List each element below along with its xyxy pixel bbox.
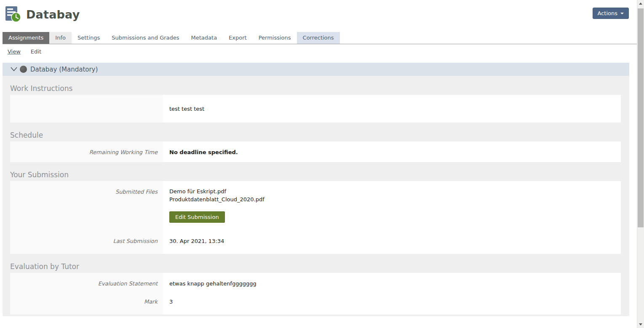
work-instructions-row: test test test bbox=[10, 95, 621, 123]
tab-submissions-and-grades[interactable]: Submissions and Grades bbox=[106, 32, 185, 44]
scrollbar-up-button[interactable] bbox=[637, 0, 644, 7]
section-heading-your-submission: Your Submission bbox=[10, 171, 629, 179]
assignment-collapse-bar[interactable]: Databay (Mandatory) bbox=[3, 63, 629, 76]
section-heading-work-instructions: Work Instructions bbox=[10, 84, 629, 93]
vertical-scrollbar[interactable] bbox=[637, 0, 644, 328]
submitted-files-row: Submitted Files Demo für Eskript.pdf Pro… bbox=[10, 181, 621, 229]
status-dot-icon bbox=[20, 66, 27, 73]
assignment-title: Databay (Mandatory) bbox=[30, 66, 98, 73]
submitted-files-label: Submitted Files bbox=[115, 189, 158, 195]
subtab-bar: View Edit bbox=[8, 48, 637, 55]
tab-corrections[interactable]: Corrections bbox=[297, 32, 340, 44]
mark-label: Mark bbox=[144, 299, 158, 305]
tab-info[interactable]: Info bbox=[49, 32, 72, 44]
edit-submission-button[interactable]: Edit Submission bbox=[169, 211, 225, 223]
actions-button-label: Actions bbox=[598, 10, 618, 16]
submitted-file-name: Produktdatenblatt_Cloud_2020.pdf bbox=[169, 195, 621, 203]
subtab-edit[interactable]: Edit bbox=[31, 48, 41, 55]
actions-button[interactable]: Actions bbox=[593, 8, 629, 19]
evaluation-statement-value: etwas knapp gehaltenfggggggg bbox=[169, 280, 257, 287]
mark-value: 3 bbox=[169, 299, 173, 305]
work-instructions-label-cell bbox=[10, 95, 163, 123]
last-submission-label: Last Submission bbox=[113, 238, 158, 244]
page: Databay Actions Assignments Info Setting… bbox=[0, 0, 637, 328]
exercise-icon bbox=[4, 6, 21, 23]
schedule-row: Remaining Working Time No deadline speci… bbox=[10, 141, 621, 162]
tab-settings[interactable]: Settings bbox=[72, 32, 106, 44]
remaining-working-time-label: Remaining Working Time bbox=[89, 149, 158, 155]
work-instructions-text: test test test bbox=[169, 106, 204, 112]
last-submission-value: 30. Apr 2021, 13:34 bbox=[169, 238, 224, 244]
subtab-view[interactable]: View bbox=[8, 48, 21, 55]
remaining-working-time-value: No deadline specified. bbox=[169, 149, 238, 155]
last-submission-row: Last Submission 30. Apr 2021, 13:34 bbox=[10, 229, 621, 254]
tab-bar: Assignments Info Settings Submissions an… bbox=[3, 32, 637, 44]
evaluation-statement-label: Evaluation Statement bbox=[98, 280, 158, 287]
scrollbar-thumb[interactable] bbox=[638, 8, 644, 227]
tab-permissions[interactable]: Permissions bbox=[253, 32, 297, 44]
submitted-file-name: Demo für Eskript.pdf bbox=[169, 187, 621, 195]
section-heading-evaluation-by-tutor: Evaluation by Tutor bbox=[10, 262, 629, 271]
evaluation-statement-row: Evaluation Statement etwas knapp gehalte… bbox=[10, 273, 621, 291]
triangle-up-icon bbox=[639, 3, 642, 5]
section-heading-schedule: Schedule bbox=[10, 131, 629, 139]
mark-row: Mark 3 bbox=[10, 291, 621, 315]
triangle-down-icon bbox=[639, 323, 642, 325]
scrollbar-down-button[interactable] bbox=[637, 321, 644, 328]
page-title: Databay bbox=[26, 8, 80, 21]
header: Databay Actions bbox=[0, 0, 637, 26]
tab-assignments[interactable]: Assignments bbox=[3, 32, 49, 44]
assignment-detail-panel: Work Instructions test test test Schedul… bbox=[3, 76, 629, 316]
caret-down-icon bbox=[620, 13, 624, 14]
tab-export[interactable]: Export bbox=[223, 32, 253, 44]
tab-metadata[interactable]: Metadata bbox=[185, 32, 223, 44]
chevron-down-icon bbox=[10, 65, 18, 73]
